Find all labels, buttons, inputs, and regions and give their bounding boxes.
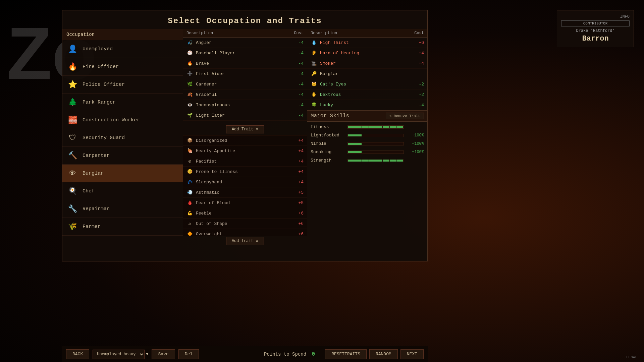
trait-cost: +4 xyxy=(294,169,304,174)
neg-trait-item[interactable]: ☮️ Pacifist +4 xyxy=(183,156,307,167)
occupation-item-chef[interactable]: 🍳Chef xyxy=(62,182,183,200)
chosen-trait-name: High Thirst xyxy=(320,40,415,45)
occ-icon-construction_worker: 🧱 xyxy=(66,114,78,126)
trait-cost: -4 xyxy=(294,71,304,76)
trait-icon: 📦 xyxy=(186,137,193,144)
chosen-trait-item[interactable]: 🔑 Burglar xyxy=(307,69,427,79)
neg-trait-item[interactable]: 🤒 Prone to Illness +4 xyxy=(183,167,307,177)
occ-name-unemployed: Unemployed xyxy=(83,46,113,52)
chosen-trait-item[interactable]: 👂 Hard of Hearing +4 xyxy=(307,48,427,58)
chosen-trait-cost: -2 xyxy=(415,92,424,97)
pos-trait-item[interactable]: 🔥 Brave -4 xyxy=(183,58,307,69)
chosen-trait-item[interactable]: ✋ Dextrous -2 xyxy=(307,89,427,100)
occupation-item-police_officer[interactable]: ⭐Police Officer xyxy=(62,76,183,94)
trait-cost: +6 xyxy=(294,221,304,226)
chosen-trait-icon: 🚬 xyxy=(311,60,317,67)
chosen-trait-item[interactable]: 🚬 Smoker +4 xyxy=(307,58,427,69)
occ-icon-park_ranger: 🌲 xyxy=(66,96,78,108)
chosen-cost-label: Cost xyxy=(414,31,424,36)
neg-trait-item[interactable]: 💨 Asthmatic +5 xyxy=(183,187,307,198)
skill-pip xyxy=(376,134,389,136)
occupation-item-unemployed[interactable]: 👤Unemployed xyxy=(62,40,183,58)
occupation-list[interactable]: 👤Unemployed🔥Fire Officer⭐Police Officer🌲… xyxy=(62,40,183,246)
traits-panel-header: Description Cost xyxy=(183,29,307,38)
page-title: Select Occupation and Traits xyxy=(62,16,427,25)
occ-name-fire_officer: Fire Officer xyxy=(83,64,119,70)
chosen-trait-item[interactable]: 💧 High Thirst +6 xyxy=(307,38,427,48)
chosen-trait-name: Hard of Hearing xyxy=(320,51,415,56)
add-trait-button-bottom[interactable]: Add Trait » xyxy=(226,237,264,245)
skill-bar xyxy=(347,150,404,154)
occupation-item-carpenter[interactable]: 🔨Carpenter xyxy=(62,147,183,165)
neg-trait-item[interactable]: 📦 Disorganized +4 xyxy=(183,135,307,146)
neg-trait-item[interactable]: 🔶 Overweight +6 xyxy=(183,229,307,236)
pos-trait-item[interactable]: 🍂 Graceful -4 xyxy=(183,89,307,100)
pos-trait-item[interactable]: ⚠️ Nutritionist -4 xyxy=(183,121,307,124)
trait-name: Feeble xyxy=(196,211,294,216)
save-button[interactable]: Save xyxy=(152,349,175,359)
occupation-item-farmer[interactable]: 🌾Farmer xyxy=(62,218,183,236)
pos-trait-item[interactable]: 🌱 Light Eater -4 xyxy=(183,110,307,121)
skill-pip xyxy=(390,151,403,153)
negative-traits-list[interactable]: 📦 Disorganized +4 🍖 Hearty Appetite +4 ☮… xyxy=(183,135,307,236)
random-button[interactable]: RANDOM xyxy=(369,349,398,359)
skill-item: Lightfooted +100% xyxy=(311,133,424,138)
preset-select[interactable]: Unemployed heavyDefaultCustom xyxy=(93,350,145,359)
neg-trait-item[interactable]: 🩸 Fear of Blood +5 xyxy=(183,198,307,208)
neg-trait-item[interactable]: 💪 Feeble +6 xyxy=(183,208,307,219)
positive-traits-list[interactable]: 🎣 Angler -4 ⚾ Baseball Player -4 🔥 Brave… xyxy=(183,38,307,124)
skill-name: Fitness xyxy=(311,124,347,129)
occ-name-park_ranger: Park Ranger xyxy=(83,100,116,105)
skill-name: Lightfooted xyxy=(311,133,347,138)
skill-pip xyxy=(362,160,369,162)
occupation-item-fire_officer[interactable]: 🔥Fire Officer xyxy=(62,58,183,76)
pos-trait-item[interactable]: 👁️ Inconspicuous -4 xyxy=(183,100,307,110)
chosen-trait-item[interactable]: 🍀 Lucky -4 xyxy=(307,100,427,110)
occupation-panel: Occupation 👤Unemployed🔥Fire Officer⭐Poli… xyxy=(62,29,183,246)
skill-bonus: +100% xyxy=(404,133,424,138)
trait-cost: +4 xyxy=(294,159,304,164)
chosen-trait-name: Dextrous xyxy=(320,92,415,97)
neg-trait-item[interactable]: ⚖️ Out of Shape +6 xyxy=(183,219,307,229)
skill-pip xyxy=(355,160,362,162)
chosen-trait-icon: 🐱 xyxy=(311,81,317,87)
remove-trait-button[interactable]: « Remove Trait xyxy=(386,113,424,119)
chosen-trait-item[interactable]: 🐱 Cat's Eyes -2 xyxy=(307,79,427,89)
neg-trait-item[interactable]: 🍖 Hearty Appetite +4 xyxy=(183,146,307,156)
occupation-item-burglar[interactable]: 👁Burglar xyxy=(62,165,183,182)
major-skills-label: Major Skills xyxy=(311,113,349,119)
del-button[interactable]: Del xyxy=(178,349,199,359)
pos-trait-item[interactable]: ➕ First Aider -4 xyxy=(183,69,307,79)
occupation-item-construction_worker[interactable]: 🧱Construction Worker xyxy=(62,111,183,129)
back-button[interactable]: BACK xyxy=(66,349,89,359)
trait-icon: 🍖 xyxy=(186,147,193,154)
traits-desc-label: Description xyxy=(186,31,213,36)
next-button[interactable]: NEXT xyxy=(400,349,424,359)
chosen-trait-icon: 🔑 xyxy=(311,70,317,77)
pos-trait-item[interactable]: ⚾ Baseball Player -4 xyxy=(183,48,307,58)
trait-icon: 💤 xyxy=(186,179,193,185)
chosen-trait-icon: 👂 xyxy=(311,50,317,56)
chosen-trait-cost: -2 xyxy=(415,82,424,87)
traits-panel: Description Cost 🎣 Angler -4 ⚾ Baseball … xyxy=(183,29,307,246)
chosen-traits-list[interactable]: 💧 High Thirst +6 👂 Hard of Hearing +4 🚬 … xyxy=(307,38,427,110)
pos-trait-item[interactable]: 🎣 Angler -4 xyxy=(183,38,307,48)
skill-pip xyxy=(362,143,375,145)
neg-trait-item[interactable]: 💤 Sleepyhead +4 xyxy=(183,177,307,187)
skill-pip xyxy=(348,143,362,145)
trait-name: Nutritionist xyxy=(196,123,294,124)
occupation-item-repairman[interactable]: 🔧Repairman xyxy=(62,200,183,218)
trait-icon: 🌿 xyxy=(186,81,193,87)
occ-name-farmer: Farmer xyxy=(83,224,101,230)
trait-name: Inconspicuous xyxy=(196,103,294,108)
add-trait-button-top[interactable]: Add Trait » xyxy=(226,125,264,133)
occ-name-construction_worker: Construction Worker xyxy=(83,117,140,123)
occupation-item-security_guard[interactable]: 🛡Security Guard xyxy=(62,129,183,147)
pos-trait-item[interactable]: 🌿 Gardener -4 xyxy=(183,79,307,89)
trait-name: Disorganized xyxy=(196,138,294,143)
occ-icon-police_officer: ⭐ xyxy=(66,78,78,90)
occ-icon-chef: 🍳 xyxy=(66,185,78,197)
occupation-item-park_ranger[interactable]: 🌲Park Ranger xyxy=(62,94,183,111)
skill-pip xyxy=(383,126,389,128)
reset-traits-button[interactable]: RESETTRAITS xyxy=(325,349,367,359)
